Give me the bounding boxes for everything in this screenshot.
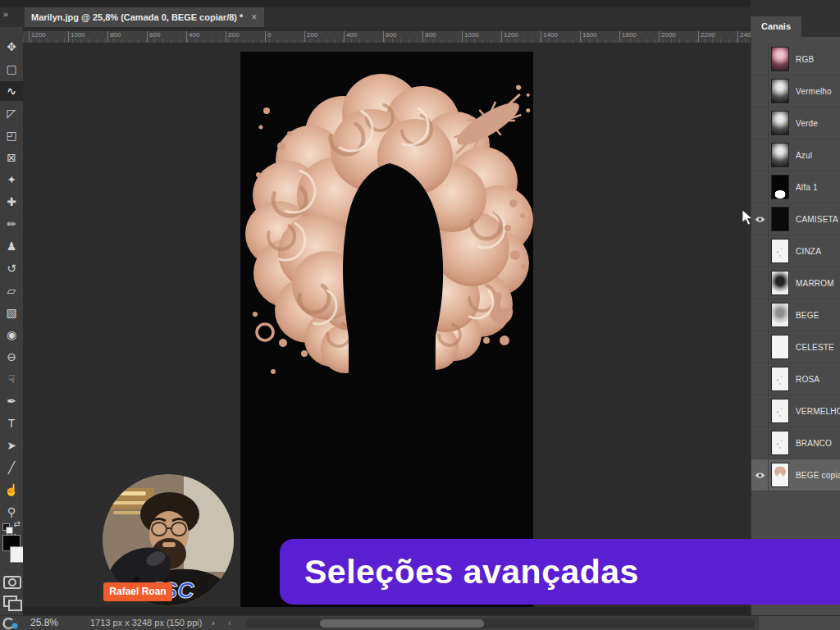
close-tab-icon[interactable]: ×: [251, 7, 257, 27]
channel-row[interactable]: CAMISETA PRE: [751, 203, 840, 235]
channel-row[interactable]: Azul: [751, 139, 840, 171]
channel-row[interactable]: BEGE: [751, 299, 840, 331]
horizontal-ruler: 1200 1000 800 600 400 200 0 200 400 600 …: [23, 31, 840, 43]
clone-stamp-tool[interactable]: ♟: [0, 236, 23, 256]
ruler-tick-label: 1200: [29, 31, 46, 42]
collapse-toolbar-icon[interactable]: »: [3, 9, 8, 19]
crop-tool[interactable]: ◰: [0, 126, 23, 145]
channel-row[interactable]: Alfa 1: [751, 171, 840, 203]
history-brush-tool[interactable]: ↺: [0, 258, 23, 278]
channel-thumbnail: [771, 367, 789, 391]
channel-row[interactable]: Verde: [751, 107, 840, 139]
horizontal-scrollbar-track[interactable]: [246, 619, 755, 628]
channel-row[interactable]: VERMELHO: [751, 395, 840, 427]
document-tab-title: Marilyn.jpg @ 25,8% (Camada 0, BEGE copi…: [31, 7, 243, 27]
ruler-tick-label: 1400: [541, 31, 558, 42]
quick-mask-button[interactable]: [3, 576, 21, 589]
horizontal-scrollbar-thumb[interactable]: [320, 619, 484, 628]
channels-list: RGB Vermelho Verde Azul: [751, 43, 840, 491]
channel-visibility-toggle[interactable]: [751, 363, 769, 395]
channel-row[interactable]: CELESTE: [751, 331, 840, 363]
channel-label: Verde: [796, 119, 818, 128]
gradient-tool[interactable]: ▧: [0, 303, 23, 322]
channel-label: MARROM: [796, 279, 834, 288]
channel-thumbnail: [771, 111, 789, 135]
ruler-tick-label: 1000: [68, 31, 85, 42]
object-selection-tool[interactable]: ◸: [0, 103, 23, 123]
channel-visibility-toggle[interactable]: [751, 267, 769, 299]
channel-visibility-toggle[interactable]: [751, 235, 769, 267]
swap-colors-icon[interactable]: ⇄: [14, 519, 21, 528]
channel-label: BRANCO: [796, 439, 832, 448]
channel-label: Azul: [796, 151, 812, 160]
channel-thumbnail: [771, 303, 789, 327]
eye-icon: [755, 216, 765, 223]
channel-row[interactable]: Vermelho: [751, 75, 840, 107]
hand-tool[interactable]: ☝: [0, 480, 23, 500]
channel-row[interactable]: CINZA: [751, 235, 840, 267]
channel-label: CINZA: [796, 247, 821, 256]
channel-visibility-toggle[interactable]: [751, 331, 769, 363]
ruler-tick-label: 600: [147, 31, 160, 42]
document-dimensions[interactable]: 1713 px x 3248 px (150 ppi): [90, 618, 202, 628]
channel-visibility-toggle[interactable]: [751, 107, 769, 139]
channel-thumbnail: [771, 239, 789, 263]
channel-visibility-toggle[interactable]: [751, 459, 769, 491]
channel-visibility-toggle[interactable]: [751, 395, 769, 427]
line-tool[interactable]: ╱: [0, 458, 23, 477]
move-tool[interactable]: ✥: [0, 37, 23, 57]
status-prev-arrow[interactable]: ‹: [228, 618, 231, 628]
default-background-swatch: [6, 527, 13, 534]
lasso-tool[interactable]: ∿: [0, 81, 23, 101]
zoom-level-field[interactable]: 25.8%: [30, 617, 58, 628]
channel-label: CAMISETA PRE: [796, 215, 840, 224]
blur-tool[interactable]: ◉: [0, 325, 23, 345]
pen-tool[interactable]: ✒: [0, 391, 23, 411]
ruler-tick-label: 1600: [580, 31, 597, 42]
lesson-title-text: Seleções avançadas: [280, 553, 639, 591]
canvas-bottom-strip: [23, 607, 751, 615]
default-colors-widget[interactable]: ⇄: [2, 522, 21, 532]
type-tool[interactable]: T: [0, 413, 23, 433]
channel-visibility-toggle[interactable]: [751, 171, 769, 203]
channel-visibility-toggle[interactable]: [751, 299, 769, 331]
channel-visibility-toggle[interactable]: [751, 139, 769, 171]
channel-thumbnail: [771, 399, 789, 423]
ruler-tick-label: 200: [304, 31, 317, 42]
document-canvas[interactable]: [240, 52, 533, 607]
channel-row[interactable]: MARROM: [751, 267, 840, 299]
screen-mode-button[interactable]: [3, 596, 17, 607]
dodge-tool[interactable]: ⊖: [0, 347, 23, 367]
channel-visibility-toggle[interactable]: [751, 43, 769, 75]
title-strip: [0, 0, 840, 7]
path-selection-tool[interactable]: ➤: [0, 436, 23, 455]
document-tab[interactable]: Marilyn.jpg @ 25,8% (Camada 0, BEGE copi…: [25, 7, 264, 27]
ruler-tick-label: 200: [226, 31, 239, 42]
channel-label: VERMELHO: [796, 407, 840, 416]
status-bar: 25.8% 1713 px x 3248 px (150 ppi) › ‹: [0, 615, 840, 630]
channel-visibility-toggle[interactable]: [751, 203, 769, 235]
frame-tool[interactable]: ⊠: [0, 148, 23, 167]
photoshop-window: { "theme":{ "accent_purple":"#5a1fd1", "…: [0, 0, 840, 630]
channel-row[interactable]: RGB: [751, 43, 840, 75]
status-app-icon: [2, 616, 19, 630]
status-bar-right-segment: [759, 616, 840, 630]
eyedropper-tool[interactable]: ✦: [0, 170, 23, 189]
marquee-tool[interactable]: ▢: [0, 59, 23, 79]
eye-icon: [755, 472, 765, 479]
ruler-tick-label: 800: [107, 31, 121, 42]
channels-panel-tab[interactable]: Canais: [751, 16, 801, 37]
brush-tool[interactable]: ✏: [0, 214, 23, 234]
channel-row[interactable]: BRANCO: [751, 427, 840, 459]
status-next-arrow[interactable]: ›: [212, 618, 215, 628]
quick-mask-circle: [8, 578, 16, 587]
healing-brush-tool[interactable]: ✚: [0, 192, 23, 212]
channel-thumbnail: [771, 207, 789, 231]
channel-label: BEGE: [796, 311, 819, 320]
channel-visibility-toggle[interactable]: [751, 427, 769, 459]
smudge-tool[interactable]: ☟: [0, 369, 23, 389]
channel-row[interactable]: BEGE copiar: [751, 459, 840, 491]
eraser-tool[interactable]: ▱: [0, 281, 23, 300]
channel-row[interactable]: ROSA: [751, 363, 840, 395]
channel-visibility-toggle[interactable]: [751, 75, 769, 107]
